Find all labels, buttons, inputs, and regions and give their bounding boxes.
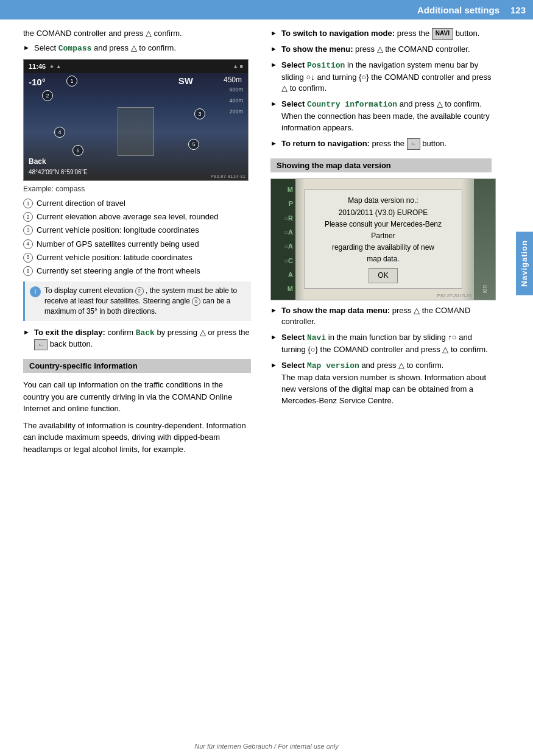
map-bullet1-bold: To show the map data menu: [281,306,390,315]
compass-caption: Example: compass [23,185,251,193]
compass-sw: SW [178,76,193,86]
list-text-5: Current vehicle position: latitude coord… [37,252,192,263]
compass-icons-bar: ★ ▲ [49,63,61,69]
map-left-strip: M P ○R ○A ○A ○C A M [271,179,295,300]
info-icon: i [30,286,41,297]
map-bullet2: ► Select Navi in the main function bar b… [270,332,492,356]
list-text-1: Current direction of travel [37,198,125,209]
info-circle-6: 6 [192,297,200,306]
position-keyword: Position [307,61,345,70]
page-number: 123 [510,5,526,15]
compass-time: 11:46 [29,63,46,70]
bullet-return-nav: ► To return to navigation: press the ← b… [270,138,492,150]
map-data-image: M P ○R ○A ○A ○C A M Map data version no.… [270,178,496,300]
bullet2-bold: To show the menu: [281,44,353,54]
list-num-5: 5 [23,253,33,263]
list-num-4: 4 [23,239,33,249]
back-keyword: Back [136,328,155,337]
compass-coords: 48°42'09"N 8°59'06"E [29,169,88,175]
compass-num1: 1 [66,76,77,87]
map-line3: Please consult your Mercedes-Benz [313,219,453,230]
compass-back: Back [29,157,46,166]
road-visual [118,107,154,156]
info-circle-2: 2 [135,287,144,295]
back-button-icon: ← [34,339,48,351]
map-line5: regarding the availability of new [313,242,453,253]
map-line2: 2010/2011 (V3.0) EUROPE [313,207,453,219]
page-header: Additional settings 123 [0,0,533,19]
bullet-show-menu: ► To show the menu: press △ the COMAND c… [270,44,492,55]
list-item: 1 Current direction of travel [23,198,251,209]
navi-button: NAVI [432,28,453,40]
list-text-4: Number of GPS satellites currently being… [37,239,199,250]
bullet-arrow-1: ► [270,29,279,38]
map-bullet-arrow-3: ► [270,361,279,370]
country-section-title: Country-specific information [23,359,251,373]
select-compass-item: ► Select Compass and press △ to confirm. [23,43,251,55]
navigation-side-tab: Navigation [516,231,533,295]
list-num-1: 1 [23,199,33,208]
compass-bar: 11:46 ★ ▲ ▲ ■ [24,60,248,73]
map-line4: Partner [313,230,453,242]
country-section: You can call up information on the traff… [23,379,251,455]
list-item: 4 Number of GPS satellites currently bei… [23,239,251,250]
country-info-keyword: Country information [307,100,397,109]
compass-ref: P82.87-8114-31 [211,174,245,179]
list-item: 6 Currently set steering angle of the fr… [23,266,251,277]
map-version-keyword: Map version [307,361,359,370]
compass-icons: ▲ ■ [233,63,243,69]
list-item: 5 Current vehicle position: latitude coo… [23,252,251,263]
map-section-title: Showing the map data version [270,158,492,172]
bullet-switch-nav: ► To switch to navigation mode: press th… [270,28,492,40]
left-column: the COMAND controller and press △ confir… [0,19,262,468]
country-para1: You can call up information on the traff… [23,379,251,415]
compass-keyword: Compass [58,44,92,53]
map-bullet1: ► To show the map data menu: press △ the… [270,305,492,328]
bullet-select-country: ► Select Country information and press △… [270,99,492,134]
bullet-arrow-4: ► [270,99,279,109]
map-bullet-arrow-1: ► [270,306,279,316]
exit-display-item: ► To exit the display: confirm Back by p… [23,327,251,351]
intro-text: the COMAND controller and press △ confir… [23,28,251,39]
list-num-3: 3 [23,225,33,235]
map-ref: P82.87-8115-31 [437,293,472,299]
bullet-select-position: ► Select Position in the navigation syst… [270,60,492,95]
compass-num3: 3 [194,108,205,119]
list-num-6: 6 [23,266,33,276]
compass-image: 11:46 ★ ▲ ▲ ■ -10° 1 SW 450m 2 [23,59,249,181]
compass-temp: -10° [29,77,46,87]
map-bullet2-bold: Select [281,333,305,342]
compass-dist-labels: 600m 400m 200m [229,84,243,117]
page-footer: Nur für internen Gebrauch / For internal… [0,743,533,750]
navi-keyword: Navi [307,333,326,342]
map-bullet-arrow-2: ► [270,333,279,342]
map-right-strip: ion [474,179,495,300]
footer-text: Nur für internen Gebrauch / For internal… [194,743,339,750]
list-item: 3 Current vehicle position: longitude co… [23,225,251,236]
map-data-box: Map data version no.: 2010/2011 (V3.0) E… [304,189,462,288]
info-text: To display current elevation 2 , the sys… [44,286,246,316]
bullet4-bold: Select [281,99,305,108]
compass-num5: 5 [188,139,199,150]
exit-display-text: To exit the display: confirm Back by pre… [34,327,251,351]
list-text-2: Current elevation above average sea leve… [37,211,218,222]
compass-list: 1 Current direction of travel 2 Current … [23,198,251,277]
map-ok-button[interactable]: OK [369,268,397,283]
map-data-inner: M P ○R ○A ○A ○C A M Map data version no.… [271,179,495,300]
main-content: the COMAND controller and press △ confir… [0,19,533,468]
return-button-icon: ← [407,138,420,150]
map-bullet3: ► Select Map version and press △ to conf… [270,360,492,406]
map-line6: map data. [313,253,453,265]
bullet1-bold: To switch to navigation mode: [281,29,395,38]
list-num-2: 2 [23,212,33,222]
compass-dist: 450m [224,76,242,84]
bullet5-bold: To return to navigation: [281,139,370,148]
list-text-3: Current vehicle position: longitude coor… [37,225,199,236]
right-column: ► To switch to navigation mode: press th… [262,19,515,468]
bullet-arrow-5: ► [270,139,279,149]
map-ion-text: ion [481,285,488,293]
bullet-arrow-2: ► [270,44,279,54]
compass-num2: 2 [42,90,53,101]
bullet-arrow: ► [23,43,32,53]
map-bullet3-bold: Select [281,361,305,370]
